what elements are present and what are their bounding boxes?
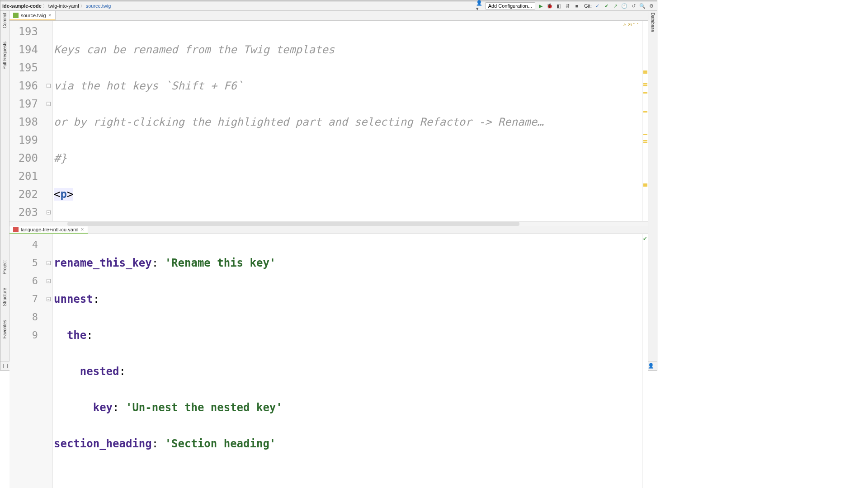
search-icon[interactable]: 🔍 (639, 2, 646, 9)
fold-icon[interactable]: − (47, 261, 51, 265)
fold-icon[interactable]: − (47, 297, 51, 301)
git-update-icon[interactable]: ✓ (594, 2, 601, 9)
horizontal-scrollbar[interactable] (9, 221, 648, 226)
warning-marker[interactable] (643, 92, 647, 94)
marker-strip[interactable]: ✔ (642, 234, 648, 488)
breadcrumb-file[interactable]: source.twig (86, 3, 111, 9)
line-gutter[interactable]: 4 5− 6− 7− 8 9 (9, 234, 53, 488)
favorites-tool[interactable]: Favorites (2, 320, 7, 338)
fold-icon[interactable]: − (47, 211, 51, 215)
settings-icon[interactable]: ⚙ (648, 2, 655, 9)
code-area[interactable]: Keys can be renamed from the Twig templa… (53, 21, 642, 221)
marker-strip[interactable]: ⚠ 21 ˄ ˅ (642, 21, 648, 221)
line-number[interactable]: 8 (9, 308, 52, 326)
code-area[interactable]: rename_this_key: 'Rename this key' unnes… (53, 234, 642, 488)
tab-label: language-file+intl-icu.yaml (21, 227, 78, 232)
line-number[interactable]: 202 (9, 185, 52, 203)
tab-language-yaml[interactable]: language-file+intl-icu.yaml × (9, 226, 88, 234)
breadcrumb-root[interactable]: ide-sample-code (2, 3, 42, 9)
line-number[interactable]: 9 (9, 326, 52, 344)
left-tool-rail: Commit Pull Requests Project Structure F… (0, 11, 9, 361)
stop-icon[interactable]: ■ (573, 2, 580, 9)
chevron-right-icon: 〉 (80, 3, 85, 9)
debug-icon[interactable]: 🐞 (546, 2, 553, 9)
right-tool-rail: Database (648, 11, 657, 361)
git-rollback-icon[interactable]: ↺ (630, 2, 637, 9)
top-editor-tabs: source.twig × (9, 11, 648, 21)
line-number[interactable]: 201 (9, 167, 52, 185)
user-icon[interactable]: 👤▾ (476, 2, 483, 9)
warning-marker[interactable] (643, 142, 647, 143)
warning-marker[interactable] (643, 83, 647, 84)
warning-marker[interactable] (643, 183, 647, 185)
close-icon[interactable]: × (48, 12, 52, 19)
fold-icon[interactable]: − (47, 279, 51, 283)
git-push-icon[interactable]: ↗ (612, 2, 619, 9)
check-icon[interactable]: ✔ (643, 236, 647, 242)
twig-file-icon (13, 13, 19, 18)
fold-icon[interactable]: − (47, 84, 51, 88)
warning-marker[interactable] (643, 72, 647, 74)
line-number[interactable]: 198 (9, 113, 52, 131)
line-number[interactable]: 196− (9, 77, 52, 95)
breadcrumb[interactable]: ide-sample-code 〉 twig-into-yaml 〉 sourc… (2, 3, 111, 9)
warning-marker[interactable] (643, 111, 647, 113)
add-configuration-button[interactable]: Add Configuration... (485, 2, 535, 9)
close-icon[interactable]: × (80, 226, 84, 233)
line-number[interactable]: 5− (9, 254, 52, 272)
breadcrumb-folder[interactable]: twig-into-yaml (48, 3, 79, 9)
bottom-editor[interactable]: 4 5− 6− 7− 8 9 rename_this_key: 'Rename … (9, 234, 648, 488)
commit-tool[interactable]: Commit (2, 13, 7, 28)
line-number[interactable]: 193 (9, 23, 52, 41)
warning-marker[interactable] (643, 85, 647, 86)
line-number[interactable]: 200 (9, 149, 52, 167)
tool-window-toggle-icon[interactable] (3, 364, 8, 368)
inspection-badge[interactable]: ⚠ 21 ˄ ˅ (623, 23, 639, 27)
memory-icon[interactable]: 👤 (648, 363, 654, 369)
git-commit-icon[interactable]: ✔ (603, 2, 610, 9)
svg-rect-1 (13, 227, 19, 232)
svg-rect-0 (13, 13, 19, 18)
bottom-editor-tabs: language-file+intl-icu.yaml × (9, 226, 648, 234)
warning-marker[interactable] (643, 70, 647, 72)
scrollbar-thumb[interactable] (67, 222, 519, 226)
warning-marker[interactable] (643, 185, 647, 187)
line-number[interactable]: 197− (9, 95, 52, 113)
nav-bar: ide-sample-code 〉 twig-into-yaml 〉 sourc… (0, 1, 657, 11)
top-editor[interactable]: 193 194 195 196− 197− 198 199 200 201 20… (9, 21, 648, 221)
line-number[interactable]: 194 (9, 41, 52, 59)
project-tool[interactable]: Project (2, 260, 7, 274)
coverage-icon[interactable]: ◧ (555, 2, 562, 9)
line-number[interactable]: 4 (9, 236, 52, 254)
line-number[interactable]: 195 (9, 59, 52, 77)
structure-tool[interactable]: Structure (2, 288, 7, 306)
git-history-icon[interactable]: 🕘 (621, 2, 628, 9)
run-icon[interactable]: ▶ (537, 2, 544, 9)
warning-marker[interactable] (643, 134, 647, 135)
database-tool[interactable]: Database (650, 13, 655, 32)
line-number[interactable]: 6− (9, 272, 52, 290)
line-gutter[interactable]: 193 194 195 196− 197− 198 199 200 201 20… (9, 21, 53, 221)
fold-icon[interactable]: − (47, 102, 51, 106)
git-label: Git: (584, 3, 592, 9)
line-number[interactable]: 7− (9, 290, 52, 308)
yaml-file-icon (13, 227, 19, 232)
tab-label: source.twig (21, 13, 46, 18)
profile-icon[interactable]: ⇵ (564, 2, 571, 9)
warning-marker[interactable] (643, 140, 647, 141)
chevron-right-icon: 〉 (42, 3, 47, 9)
line-number[interactable]: 199 (9, 131, 52, 149)
tab-source-twig[interactable]: source.twig × (9, 11, 56, 20)
pull-requests-tool[interactable]: Pull Requests (2, 42, 7, 70)
line-number[interactable]: 203− (9, 203, 52, 221)
